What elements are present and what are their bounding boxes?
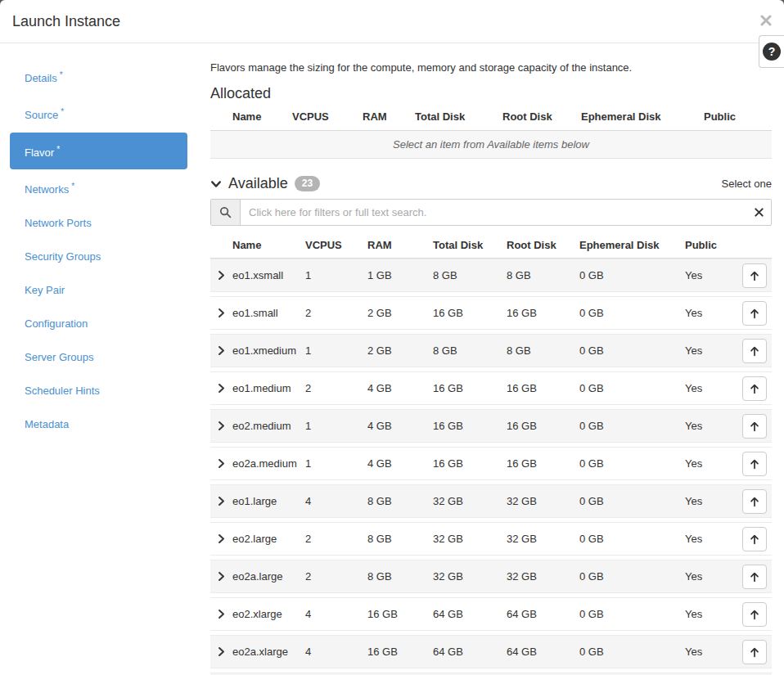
cell-ephemeral-disk: 0 GB: [579, 420, 685, 432]
sidebar-item-metadata[interactable]: Metadata: [10, 407, 187, 441]
sidebar-item-source[interactable]: Source*: [10, 95, 187, 132]
required-asterisk: *: [61, 107, 64, 116]
sidebar-item-label: Metadata: [25, 418, 69, 430]
sidebar-item-networks[interactable]: Networks*: [10, 169, 187, 206]
flavor-step-content: Flavors manage the sizing for the comput…: [197, 43, 784, 675]
cell-vcpus: 1: [305, 420, 367, 432]
cell-total-disk: 32 GB: [433, 495, 507, 507]
column-header-public: Public: [685, 239, 737, 251]
cell-total-disk: 8 GB: [433, 344, 507, 357]
cell-vcpus: 4: [305, 608, 367, 620]
allocate-flavor-button[interactable]: [742, 602, 767, 627]
cell-vcpus: 4: [305, 495, 367, 507]
chevron-right-icon[interactable]: [210, 571, 232, 582]
cell-ephemeral-disk: 0 GB: [579, 533, 685, 545]
column-header-ephemeral-disk: Ephemeral Disk: [581, 110, 704, 123]
sidebar-item-label: Key Pair: [25, 284, 65, 296]
arrow-up-icon: [749, 533, 760, 545]
allocate-flavor-button[interactable]: [742, 376, 767, 401]
column-header-total-disk: Total Disk: [415, 110, 502, 123]
allocate-flavor-button[interactable]: [742, 301, 767, 326]
allocate-flavor-button[interactable]: [742, 527, 767, 551]
cell-name: eo2a.xlarge: [232, 646, 305, 658]
cell-total-disk: 16 GB: [433, 457, 507, 470]
chevron-right-icon[interactable]: [210, 270, 232, 281]
flavor-description: Flavors manage the sizing for the comput…: [210, 61, 772, 74]
cell-name: eo1.large: [232, 495, 305, 507]
flavor-row: eo1.medium24 GB16 GB16 GB0 GBYes: [210, 371, 772, 405]
chevron-right-icon[interactable]: [210, 496, 232, 506]
allocate-flavor-button[interactable]: [742, 565, 767, 589]
clear-search-icon[interactable]: [746, 200, 771, 225]
chevron-right-icon[interactable]: [210, 421, 232, 431]
chevron-right-icon[interactable]: [210, 308, 232, 318]
sidebar-item-configuration[interactable]: Configuration: [10, 307, 187, 340]
chevron-right-icon[interactable]: [210, 646, 232, 657]
allocate-flavor-button[interactable]: [742, 452, 767, 476]
sidebar-item-security-groups[interactable]: Security Groups: [10, 240, 187, 273]
cell-name: eo2.medium: [232, 420, 305, 432]
arrow-up-icon: [749, 458, 760, 470]
allocated-empty-row: Select an item from Available items belo…: [210, 131, 772, 159]
sidebar-item-flavor[interactable]: Flavor*: [10, 133, 187, 169]
sidebar-item-label: Network Ports: [25, 217, 92, 229]
cell-root-disk: 64 GB: [507, 608, 579, 620]
cell-root-disk: 64 GB: [507, 646, 579, 658]
cell-name: eo1.xmedium: [232, 344, 305, 357]
sidebar-item-scheduler-hints[interactable]: Scheduler Hints: [10, 374, 187, 407]
search-icon: [211, 200, 241, 225]
column-header-root-disk: Root Disk: [507, 239, 579, 251]
chevron-right-icon[interactable]: [210, 533, 232, 544]
flavor-row: eo1.xsmall11 GB8 GB8 GB0 GBYes: [210, 259, 772, 292]
chevron-right-icon[interactable]: [210, 345, 232, 356]
arrow-up-icon: [749, 421, 760, 432]
sidebar-item-label: Server Groups: [25, 351, 94, 363]
cell-ram: 8 GB: [367, 495, 433, 507]
cell-ephemeral-disk: 0 GB: [579, 608, 685, 620]
question-mark-icon: ?: [763, 43, 781, 61]
cell-root-disk: 16 GB: [507, 307, 579, 319]
sidebar-item-details[interactable]: Details*: [10, 58, 187, 95]
help-button[interactable]: ?: [759, 35, 784, 68]
cell-total-disk: 32 GB: [433, 533, 507, 545]
sidebar-item-server-groups[interactable]: Server Groups: [10, 340, 187, 374]
allocate-flavor-button[interactable]: [742, 339, 767, 363]
allocate-flavor-button[interactable]: [742, 414, 767, 439]
cell-name: eo2a.large: [232, 570, 305, 583]
cell-public: Yes: [685, 420, 737, 432]
chevron-right-icon[interactable]: [210, 458, 232, 469]
cell-public: Yes: [685, 344, 737, 357]
flavor-row: eo2.large28 GB32 GB32 GB0 GBYes: [210, 522, 772, 556]
sidebar-item-network-ports[interactable]: Network Ports: [10, 206, 187, 240]
filter-search-bar: [210, 199, 772, 226]
sidebar-item-key-pair[interactable]: Key Pair: [10, 273, 187, 307]
cell-root-disk: 32 GB: [507, 533, 579, 545]
allocate-flavor-button[interactable]: [742, 263, 767, 288]
flavor-row: eo2a.large28 GB32 GB32 GB0 GBYes: [210, 560, 772, 593]
cell-ram: 16 GB: [367, 608, 433, 620]
cell-vcpus: 1: [305, 344, 367, 357]
arrow-up-icon: [749, 571, 760, 583]
cell-root-disk: 32 GB: [507, 495, 579, 507]
chevron-right-icon[interactable]: [210, 383, 232, 394]
allocate-flavor-button[interactable]: [742, 640, 767, 664]
modal-header: Launch Instance: [0, 0, 784, 43]
available-count-badge: 23: [295, 176, 320, 191]
cell-public: Yes: [685, 495, 737, 507]
search-input[interactable]: [241, 200, 746, 225]
flavor-row: eo2.medium14 GB16 GB16 GB0 GBYes: [210, 409, 772, 443]
cell-ephemeral-disk: 0 GB: [579, 307, 685, 319]
chevron-right-icon[interactable]: [210, 609, 232, 619]
cell-public: Yes: [685, 608, 737, 620]
cell-ephemeral-disk: 0 GB: [579, 382, 685, 394]
cell-ram: 4 GB: [367, 382, 433, 394]
cell-ephemeral-disk: 0 GB: [579, 646, 685, 658]
close-icon[interactable]: [759, 13, 773, 28]
available-heading-group[interactable]: Available 23: [210, 175, 320, 192]
cell-ram: 1 GB: [367, 269, 433, 281]
allocate-flavor-button[interactable]: [742, 489, 767, 514]
cell-total-disk: 64 GB: [433, 608, 507, 620]
available-section-bar: Available 23 Select one: [210, 175, 772, 192]
cell-ephemeral-disk: 0 GB: [579, 457, 685, 470]
cell-vcpus: 1: [305, 457, 367, 470]
